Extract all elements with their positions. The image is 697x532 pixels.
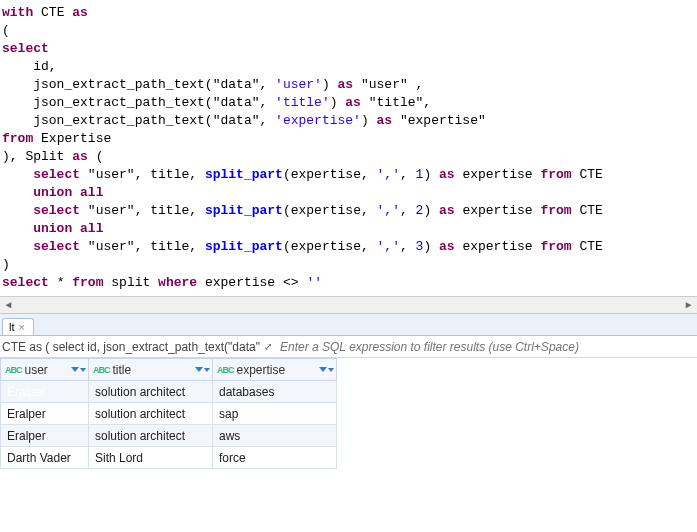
cell-title[interactable]: solution architect xyxy=(89,425,213,447)
type-icon: ABC xyxy=(5,365,22,375)
column-header-expertise[interactable]: ABCexpertise xyxy=(213,359,337,381)
column-header-user[interactable]: ABCuser xyxy=(1,359,89,381)
table-row[interactable]: Eralpersolution architectdatabases xyxy=(1,381,337,403)
cell-user[interactable]: Darth Vader xyxy=(1,447,89,469)
expand-icon[interactable]: ⤢ xyxy=(260,342,276,352)
kw-from: from xyxy=(2,131,33,146)
scroll-left-icon[interactable]: ◄ xyxy=(0,297,17,313)
cell-expertise[interactable]: sap xyxy=(213,403,337,425)
cell-expertise[interactable]: aws xyxy=(213,425,337,447)
type-icon: ABC xyxy=(93,365,110,375)
results-table: ABCuser ABCtitle ABCexpertise xyxy=(0,358,337,469)
cell-title[interactable]: solution architect xyxy=(89,381,213,403)
filter-icon[interactable] xyxy=(319,367,334,372)
results-tab[interactable]: lt × xyxy=(2,318,34,335)
type-icon: ABC xyxy=(217,365,234,375)
cell-title[interactable]: Sith Lord xyxy=(89,447,213,469)
table-row[interactable]: Eralpersolution architectsap xyxy=(1,403,337,425)
sql-filter-input[interactable] xyxy=(276,340,697,354)
filter-icon[interactable] xyxy=(195,367,210,372)
results-panel: ▲▲ lt × CTE as ( select id, json_extract… xyxy=(0,313,697,469)
column-header-title[interactable]: ABCtitle xyxy=(89,359,213,381)
results-filter-bar: CTE as ( select id, json_extract_path_te… xyxy=(0,336,697,358)
table-row[interactable]: Eralpersolution architectaws xyxy=(1,425,337,447)
cell-title[interactable]: solution architect xyxy=(89,403,213,425)
table-row[interactable]: Darth VaderSith Lordforce xyxy=(1,447,337,469)
kw-with: with xyxy=(2,5,33,20)
cell-user[interactable]: Eralper xyxy=(1,425,89,447)
editor-horizontal-scrollbar[interactable]: ◄ ► xyxy=(0,296,697,313)
filter-icon[interactable] xyxy=(71,367,86,372)
tab-label: lt xyxy=(9,321,15,333)
table-header-row: ABCuser ABCtitle ABCexpertise xyxy=(1,359,337,381)
cell-expertise[interactable]: databases xyxy=(213,381,337,403)
kw-select: select xyxy=(2,41,49,56)
sql-editor[interactable]: with CTE as ( select id, json_extract_pa… xyxy=(0,0,697,296)
close-icon[interactable]: × xyxy=(19,321,25,333)
cte-summary-text: CTE as ( select id, json_extract_path_te… xyxy=(2,340,260,354)
scroll-right-icon[interactable]: ► xyxy=(680,297,697,313)
cell-user[interactable]: Eralper xyxy=(1,403,89,425)
cell-user[interactable]: Eralper xyxy=(1,381,89,403)
results-tabbar: lt × xyxy=(0,314,697,336)
cell-expertise[interactable]: force xyxy=(213,447,337,469)
